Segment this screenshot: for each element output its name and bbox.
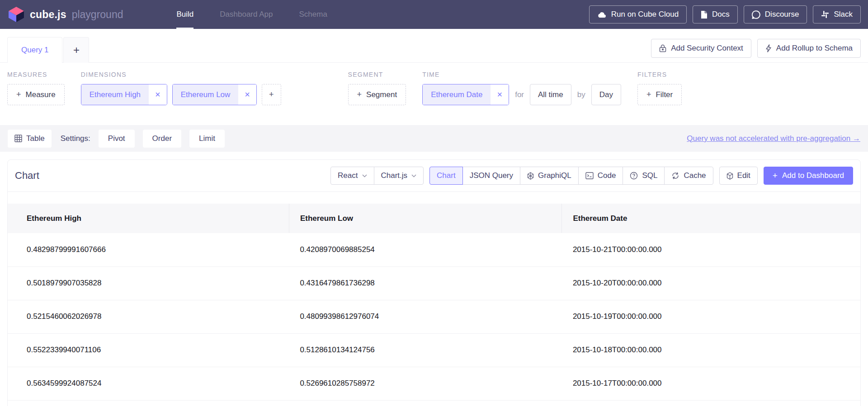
nav-item-build[interactable]: Build: [176, 0, 193, 29]
cell-ethereum-low: 0.48099398612976074: [289, 300, 562, 333]
cell-ethereum-high: 0.5018979907035828: [8, 266, 289, 300]
framework-label: React: [338, 171, 358, 180]
plus-icon: +: [646, 90, 651, 99]
run-on-cube-cloud-button[interactable]: Run on Cube Cloud: [589, 5, 687, 23]
discourse-icon: [752, 10, 760, 19]
close-icon[interactable]: ×: [238, 84, 256, 105]
question-circle-icon: [630, 172, 638, 180]
top-navbar: cube.js playground Build Dashboard App S…: [0, 0, 868, 29]
dimensions-label: DIMENSIONS: [81, 71, 281, 78]
table-grid-icon: [14, 135, 22, 142]
framework-select[interactable]: React: [330, 167, 374, 185]
cell-ethereum-low: 0.4316479861736298: [289, 266, 562, 300]
run-on-cube-cloud-label: Run on Cube Cloud: [611, 10, 679, 19]
table-row: 0.48298799991607666 0.4208970069885254 2…: [8, 233, 860, 266]
result-table: Ethereum High Ethereum Low Ethereum Date…: [8, 204, 860, 401]
codesandbox-icon: [726, 172, 733, 180]
plus-icon: +: [16, 90, 21, 99]
table-view-label: Table: [26, 134, 45, 143]
chart-card: Chart React Chart.js: [7, 159, 861, 406]
dimension-chip-ethereum-low[interactable]: Ethereum Low ×: [172, 84, 257, 105]
dimensions-section: DIMENSIONS Ethereum High × Ethereum Low …: [81, 71, 281, 125]
column-header-ethereum-high[interactable]: Ethereum High: [8, 204, 289, 233]
edit-button[interactable]: Edit: [719, 167, 758, 185]
table-row: 0.5018979907035828 0.4316479861736298 20…: [8, 266, 860, 300]
dimension-chip-ethereum-high[interactable]: Ethereum High ×: [81, 84, 167, 105]
cell-ethereum-date: 2015-10-18T00:00:00.000: [562, 333, 860, 367]
column-header-ethereum-low[interactable]: Ethereum Low: [289, 204, 562, 233]
settings-buttons: Pivot Order Limit: [99, 130, 225, 148]
cloud-icon: [597, 11, 607, 18]
table-row: 0.5634599924087524 0.5269610285758972 20…: [8, 367, 860, 400]
add-dimension-button[interactable]: +: [262, 84, 281, 105]
add-measure-label: Measure: [26, 90, 56, 99]
thunderbolt-icon: [765, 44, 772, 52]
chevron-down-icon: [362, 174, 367, 177]
view-tab-cache[interactable]: Cache: [664, 167, 713, 185]
nav-item-dashboard-app[interactable]: Dashboard App: [220, 0, 273, 29]
limit-button[interactable]: Limit: [189, 130, 225, 148]
cell-ethereum-date: 2015-10-20T00:00:00.000: [562, 266, 860, 300]
plus-icon: +: [773, 171, 778, 181]
view-tab-sql-label: SQL: [642, 171, 657, 180]
pivot-button[interactable]: Pivot: [99, 130, 135, 148]
table-view-button[interactable]: Table: [8, 130, 52, 148]
docs-label: Docs: [712, 10, 730, 19]
view-tab-graphiql-label: GraphiQL: [538, 171, 571, 180]
add-segment-label: Segment: [366, 90, 397, 99]
query-builder: MEASURES + Measure DIMENSIONS Ethereum H…: [0, 63, 868, 125]
edit-label: Edit: [737, 171, 750, 180]
add-to-dashboard-button[interactable]: + Add to Dashboard: [764, 167, 853, 185]
table-row: 0.5522339940071106 0.5128610134124756 20…: [8, 333, 860, 367]
measures-section: MEASURES + Measure: [7, 71, 65, 125]
add-security-context-button[interactable]: Add Security Context: [651, 39, 751, 58]
slack-icon: [821, 10, 829, 19]
view-tab-sql[interactable]: SQL: [623, 167, 665, 185]
main-nav: Build Dashboard App Schema: [176, 0, 327, 29]
chart-title: Chart: [15, 170, 39, 182]
cell-ethereum-low: 0.4208970069885254: [289, 233, 562, 266]
add-segment-button[interactable]: + Segment: [348, 84, 406, 105]
nav-item-schema[interactable]: Schema: [299, 0, 327, 29]
chip-label[interactable]: Ethereum Date: [423, 84, 491, 105]
add-filter-button[interactable]: + Filter: [637, 84, 682, 105]
view-tab-chart[interactable]: Chart: [429, 167, 463, 185]
chip-label[interactable]: Ethereum High: [81, 84, 149, 105]
terminal-icon: [585, 172, 594, 179]
order-button[interactable]: Order: [143, 130, 181, 148]
close-icon[interactable]: ×: [149, 84, 167, 105]
add-rollup-to-schema-button[interactable]: Add Rollup to Schema: [757, 39, 861, 58]
granularity-button[interactable]: Day: [591, 84, 621, 105]
add-measure-button[interactable]: + Measure: [7, 84, 65, 105]
view-tab-graphiql[interactable]: GraphiQL: [520, 167, 579, 185]
chart-controls: React Chart.js Chart JSON Query: [330, 167, 853, 185]
measures-label: MEASURES: [7, 71, 65, 78]
table-header-row: Ethereum High Ethereum Low Ethereum Date: [8, 204, 860, 233]
segment-label: SEGMENT: [348, 71, 406, 78]
view-tab-json-query[interactable]: JSON Query: [462, 167, 520, 185]
playground-window: cube.js playground Build Dashboard App S…: [0, 0, 868, 406]
cell-ethereum-date: 2015-10-17T00:00:00.000: [562, 367, 860, 400]
docs-button[interactable]: Docs: [693, 5, 738, 23]
close-icon[interactable]: ×: [491, 84, 509, 105]
slack-button[interactable]: Slack: [813, 5, 861, 23]
view-switcher-group: Chart JSON Query GraphiQL: [429, 167, 713, 185]
cell-ethereum-high: 0.5215460062026978: [8, 300, 289, 333]
brand: cube.js playground: [7, 0, 123, 29]
cell-ethereum-low: 0.5269610285758972: [289, 367, 562, 400]
library-select[interactable]: Chart.js: [374, 167, 424, 185]
discourse-button[interactable]: Discourse: [744, 5, 807, 23]
column-header-ethereum-date[interactable]: Ethereum Date: [562, 204, 860, 233]
preaggregation-link[interactable]: Query was not accelerated with pre-aggre…: [687, 134, 860, 143]
document-icon: [701, 10, 708, 19]
date-range-button[interactable]: All time: [530, 84, 571, 105]
settings-label: Settings:: [61, 134, 90, 143]
tab-query-1[interactable]: Query 1: [7, 37, 62, 63]
time-chip-ethereum-date[interactable]: Ethereum Date ×: [422, 84, 509, 105]
view-tab-code[interactable]: Code: [578, 167, 623, 185]
add-filter-label: Filter: [656, 90, 673, 99]
lock-icon: [659, 44, 666, 52]
chip-label[interactable]: Ethereum Low: [173, 84, 239, 105]
time-section: TIME Ethereum Date × for All time by Day: [422, 71, 621, 125]
add-query-tab-button[interactable]: +: [63, 37, 89, 63]
